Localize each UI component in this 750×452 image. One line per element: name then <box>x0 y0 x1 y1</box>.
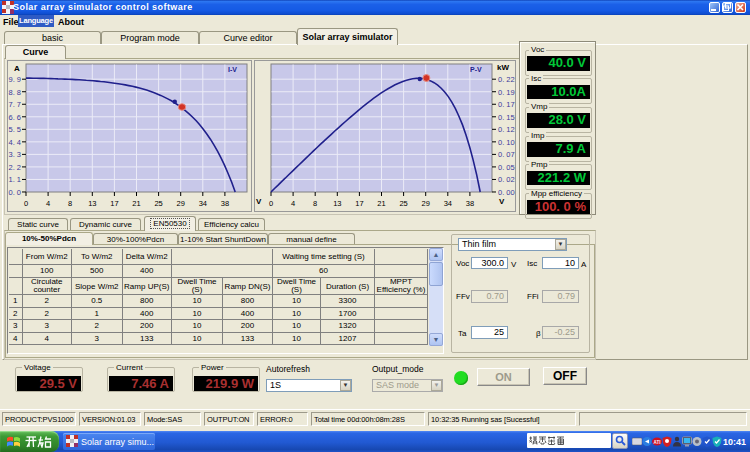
svg-text:ATI: ATI <box>654 440 661 445</box>
